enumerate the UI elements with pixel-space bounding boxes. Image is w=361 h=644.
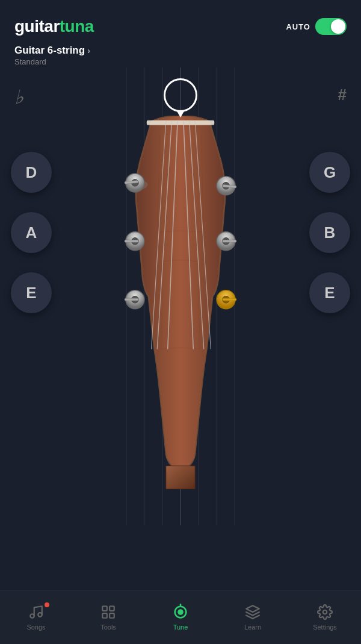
svg-rect-33 <box>166 466 195 489</box>
nav-tools[interactable]: Tools <box>72 604 144 631</box>
tune-label: Tune <box>173 624 188 631</box>
tuner-area: ♭ # <box>0 67 361 525</box>
string-e-high-button[interactable]: E <box>309 272 350 313</box>
nav-settings[interactable]: Settings <box>289 604 361 631</box>
chevron-right-icon: › <box>87 46 90 55</box>
header: guitartuna AUTO <box>0 0 361 42</box>
logo-tuna-text: tuna <box>60 17 94 36</box>
toggle-thumb <box>331 19 345 34</box>
svg-rect-23 <box>223 240 236 242</box>
string-b-button[interactable]: B <box>309 212 350 253</box>
svg-rect-17 <box>125 298 138 301</box>
nav-learn[interactable]: Learn <box>217 604 289 631</box>
app-logo: guitartuna <box>14 17 94 36</box>
auto-toggle-switch[interactable] <box>315 18 347 35</box>
instrument-name[interactable]: Guitar 6-string › <box>14 45 347 57</box>
auto-toggle-container[interactable]: AUTO <box>286 18 347 35</box>
songs-label: Songs <box>26 624 45 631</box>
string-buttons-right: G B E <box>309 152 350 313</box>
auto-label: AUTO <box>286 22 310 31</box>
tools-label: Tools <box>100 624 116 631</box>
svg-rect-37 <box>110 606 114 611</box>
bottom-navigation: Songs Tools Tune <box>0 590 361 644</box>
headstock <box>102 116 259 489</box>
svg-rect-39 <box>110 613 114 618</box>
songs-icon <box>28 604 45 621</box>
instrument-selector[interactable]: Guitar 6-string › Standard <box>0 42 361 67</box>
svg-point-43 <box>323 610 327 614</box>
svg-point-34 <box>30 614 34 618</box>
settings-icon <box>316 604 333 621</box>
nav-songs[interactable]: Songs <box>0 604 72 631</box>
songs-notification-dot <box>45 602 49 607</box>
sharp-symbol[interactable]: # <box>338 86 347 104</box>
learn-icon <box>244 604 261 621</box>
string-d-button[interactable]: D <box>11 152 52 193</box>
svg-rect-36 <box>102 606 107 611</box>
string-buttons-left: D A E <box>11 152 52 313</box>
learn-label: Learn <box>244 624 261 631</box>
tune-icon <box>172 604 189 621</box>
svg-rect-7 <box>147 120 214 125</box>
tuner-circle <box>164 78 197 112</box>
tools-icon <box>100 604 117 621</box>
settings-label: Settings <box>313 624 337 631</box>
string-a-button[interactable]: A <box>11 212 52 253</box>
flat-symbol[interactable]: ♭ <box>14 86 23 108</box>
tuner-indicator <box>164 78 197 112</box>
string-e-low-button[interactable]: E <box>11 272 52 313</box>
string-g-button[interactable]: G <box>309 152 350 193</box>
nav-tune[interactable]: Tune <box>144 604 217 631</box>
logo-guitar-text: guitar <box>14 17 60 36</box>
svg-point-35 <box>38 613 42 617</box>
svg-rect-26 <box>223 298 236 301</box>
svg-rect-38 <box>102 613 107 618</box>
tuner-pointer <box>176 110 185 117</box>
headstock-svg <box>102 116 259 489</box>
svg-point-41 <box>179 610 183 614</box>
tuning-label: Standard <box>14 57 347 66</box>
svg-rect-14 <box>125 240 138 242</box>
